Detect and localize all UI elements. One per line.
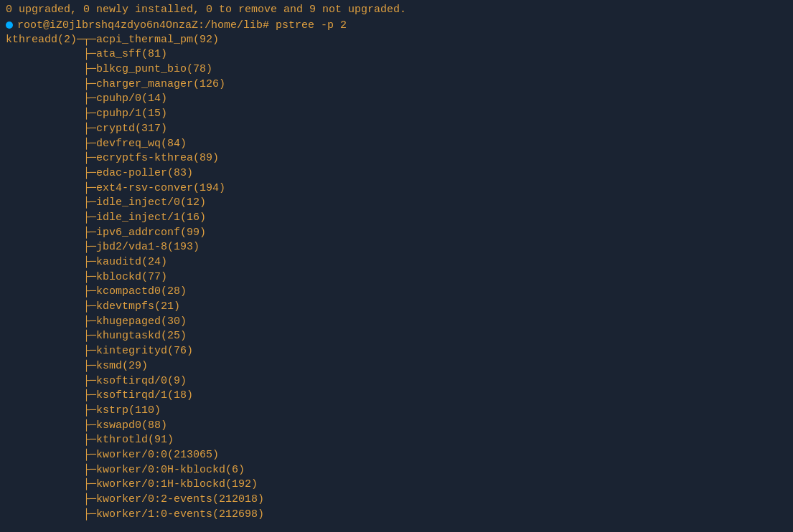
- line-29: ├─kworker/0:0(213065): [6, 448, 787, 463]
- prompt-text: root@iZ0jlbrshq4zdyo6n4OnzaZ:/home/lib# …: [17, 18, 347, 33]
- line-30: ├─kworker/0:0H-kblockd(6): [6, 463, 787, 478]
- line-02: ├─ata_sff(81): [6, 47, 787, 62]
- line-10: ├─edac-poller(83): [6, 166, 787, 181]
- prompt-line: root@iZ0jlbrshq4zdyo6n4OnzaZ:/home/lib# …: [6, 18, 787, 33]
- line-header: 0 upgraded, 0 newly installed, 0 to remo…: [6, 3, 787, 18]
- line-18: ├─kcompactd0(28): [6, 285, 787, 300]
- line-15: ├─jbd2/vda1-8(193): [6, 240, 787, 255]
- line-20: ├─khugepaged(30): [6, 315, 787, 330]
- line-04: ├─charger_manager(126): [6, 77, 787, 92]
- line-06: ├─cpuhp/1(15): [6, 107, 787, 122]
- terminal: 0 upgraded, 0 newly installed, 0 to remo…: [0, 0, 793, 532]
- line-17: ├─kblockd(77): [6, 270, 787, 285]
- line-19: ├─kdevtmpfs(21): [6, 300, 787, 315]
- line-27: ├─kswapd0(88): [6, 419, 787, 434]
- line-14: ├─ipv6_addrconf(99): [6, 226, 787, 241]
- line-25: ├─ksoftirqd/1(18): [6, 389, 787, 404]
- line-24: ├─ksoftirqd/0(9): [6, 374, 787, 389]
- line-09: ├─ecryptfs-kthrea(89): [6, 151, 787, 166]
- line-05: ├─cpuhp/0(14): [6, 92, 787, 107]
- line-12: ├─idle_inject/0(12): [6, 196, 787, 211]
- line-03: ├─blkcg_punt_bio(78): [6, 62, 787, 77]
- line-08: ├─devfreq_wq(84): [6, 137, 787, 152]
- line-28: ├─kthrotld(91): [6, 433, 787, 448]
- line-22: ├─kintegrityd(76): [6, 344, 787, 359]
- line-21: ├─khungtaskd(25): [6, 329, 787, 344]
- line-01: kthreadd(2)─┬─acpi_thermal_pm(92): [6, 33, 787, 48]
- line-16: ├─kauditd(24): [6, 255, 787, 270]
- line-13: ├─idle_inject/1(16): [6, 211, 787, 226]
- line-07: ├─cryptd(317): [6, 122, 787, 137]
- line-31: ├─kworker/0:1H-kblockd(192): [6, 478, 787, 493]
- line-26: ├─kstrp(110): [6, 404, 787, 419]
- line-11: ├─ext4-rsv-conver(194): [6, 181, 787, 196]
- line-33: ├─kworker/1:0-events(212698): [6, 508, 787, 523]
- prompt-dot: [6, 22, 13, 29]
- line-23: ├─ksmd(29): [6, 359, 787, 374]
- line-32: ├─kworker/0:2-events(212018): [6, 493, 787, 508]
